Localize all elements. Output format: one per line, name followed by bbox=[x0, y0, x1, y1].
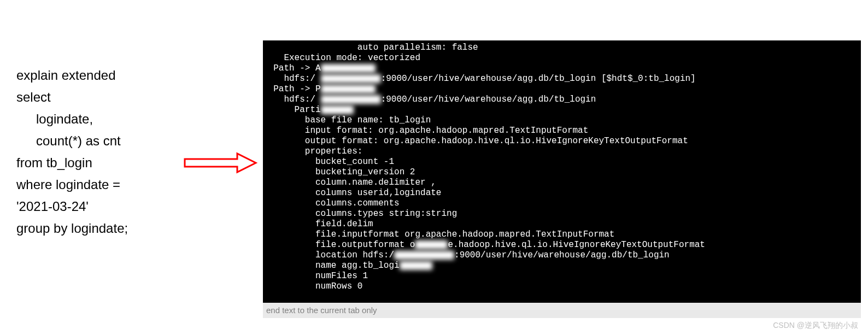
redacted-text bbox=[321, 105, 354, 114]
terminal-line: input format: org.apache.hadoop.mapred.T… bbox=[263, 126, 861, 136]
terminal-line: base file name: tb_login bbox=[263, 115, 861, 126]
terminal-line: columns userid,logindate bbox=[263, 188, 861, 198]
sql-query-block: explain extended select logindate, count… bbox=[16, 64, 169, 239]
terminal-status-bar: end text to the current tab only bbox=[263, 303, 861, 318]
terminal-line: Parti bbox=[263, 105, 861, 115]
sql-line: group by logindate; bbox=[16, 218, 169, 239]
sql-line: select bbox=[16, 86, 169, 108]
terminal-line: hdfs:/ :9000/user/hive/warehouse/agg.db/… bbox=[263, 74, 861, 84]
redacted-text bbox=[321, 95, 381, 104]
sql-line: count(*) as cnt bbox=[16, 130, 169, 152]
terminal-line: file.outputformat oe.hadoop.hive.ql.io.H… bbox=[263, 240, 861, 250]
sql-line: from tb_login bbox=[16, 152, 169, 174]
redacted-text bbox=[321, 74, 381, 83]
sql-line: '2021-03-24' bbox=[16, 196, 169, 218]
terminal-line: hdfs:/ :9000/user/hive/warehouse/agg.db/… bbox=[263, 95, 861, 105]
sql-line: logindate, bbox=[16, 108, 169, 130]
terminal-line: location hdfs:/:9000/user/hive/warehouse… bbox=[263, 250, 861, 261]
terminal-line: bucketing_version 2 bbox=[263, 167, 861, 178]
arrow-icon bbox=[183, 151, 259, 174]
terminal-line: auto parallelism: false bbox=[263, 43, 861, 53]
watermark-text: CSDN @逆风飞翔的小叔 bbox=[773, 321, 858, 331]
redacted-text bbox=[321, 85, 376, 93]
redacted-text bbox=[394, 251, 454, 260]
redacted-text bbox=[321, 64, 376, 73]
terminal-line: properties: bbox=[263, 146, 861, 157]
terminal-line: Path -> P bbox=[263, 84, 861, 95]
terminal-line: file.inputformat org.apache.hadoop.mapre… bbox=[263, 230, 861, 240]
sql-line: where logindate = bbox=[16, 174, 169, 196]
terminal-line: name agg.tb_logi bbox=[263, 261, 861, 271]
terminal-line: Execution mode: vectorized bbox=[263, 53, 861, 63]
terminal-line: columns.comments bbox=[263, 198, 861, 209]
terminal-line: numRows 0 bbox=[263, 281, 861, 292]
terminal-line: field.delim bbox=[263, 219, 861, 230]
terminal-line: Path -> A bbox=[263, 63, 861, 74]
terminal-line: bucket_count -1 bbox=[263, 157, 861, 167]
terminal-line: column.name.delimiter , bbox=[263, 178, 861, 188]
sql-line: explain extended bbox=[16, 64, 169, 86]
terminal-pane[interactable]: auto parallelism: false Execution mode: … bbox=[263, 40, 861, 303]
redacted-text bbox=[400, 261, 432, 270]
terminal-line: numFiles 1 bbox=[263, 271, 861, 281]
terminal-line: output format: org.apache.hadoop.hive.ql… bbox=[263, 136, 861, 146]
redacted-text bbox=[415, 240, 448, 249]
terminal-line: columns.types string:string bbox=[263, 209, 861, 219]
